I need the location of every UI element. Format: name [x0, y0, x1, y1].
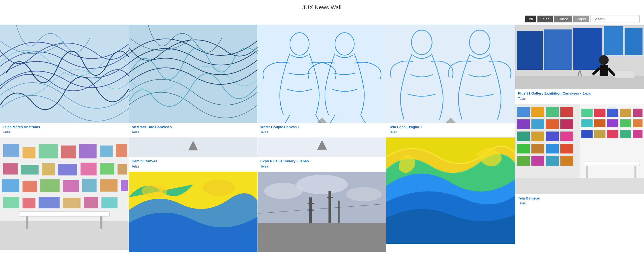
svg-rect-97 [546, 144, 559, 153]
svg-point-39 [203, 180, 235, 196]
card-tela-gemeos-info: Gemini Canvas Telas [129, 157, 257, 172]
card-gemini-canvas[interactable]: Expo Plus 81 Gallery - Japão Telas [258, 137, 386, 172]
svg-rect-120 [620, 130, 631, 138]
card-tela-gemeos-title[interactable]: Gemini Canvas [131, 159, 255, 164]
card-plus-81-gallery-title[interactable]: Plus 81 Gallery Exhibition Canvases - Ja… [518, 91, 641, 96]
card-water-couple-canvas-1-tag[interactable]: Telas [260, 130, 384, 134]
svg-rect-29 [23, 198, 36, 209]
svg-rect-40 [258, 25, 386, 123]
card-wave-art-bottom[interactable] [129, 172, 257, 252]
col-group-2: Abstract Tide Canvases Telas Gemini Canv… [129, 25, 257, 252]
water-couple-canvas-1-image [258, 25, 386, 123]
filter-papel-button[interactable]: Papel [573, 16, 589, 22]
filter-all-button[interactable]: All [525, 16, 536, 22]
card-water-couple-canvas-1-info: Water Couple Canvas 1 Telas [258, 123, 386, 137]
card-plus-81-gallery-info: Plus 81 Gallery Exhibition Canvases - Ja… [515, 89, 644, 104]
svg-rect-116 [633, 119, 642, 127]
svg-rect-96 [531, 144, 544, 153]
svg-rect-86 [560, 107, 573, 116]
svg-rect-13 [116, 144, 127, 157]
svg-rect-67 [544, 30, 572, 70]
svg-point-50 [346, 187, 382, 201]
svg-rect-104 [583, 162, 639, 166]
svg-rect-15 [21, 165, 39, 174]
col-group-5: Plus 81 Gallery Exhibition Canvases - Ja… [515, 25, 644, 209]
svg-rect-21 [2, 180, 19, 192]
card-tela-casal-dagua-1-title[interactable]: Tela Casal D'água 1 [389, 125, 512, 130]
col-group-3: Water Couple Canvas 1 Telas Expo Plus 81… [258, 25, 386, 252]
card-abstract-tide-canvases-info: Abstract Tide Canvases Telas [129, 123, 257, 137]
svg-rect-108 [594, 108, 605, 116]
card-gallery-room[interactable] [0, 137, 129, 250]
card-tela-casal-dagua-1[interactable]: Tela Casal D'água 1 Telas [386, 25, 515, 137]
svg-rect-113 [594, 119, 605, 127]
page-title: JUX News Wall [0, 0, 644, 14]
svg-rect-3 [0, 221, 129, 250]
svg-rect-10 [61, 146, 76, 158]
card-plus-81-gallery[interactable]: Plus 81 Gallery Exhibition Canvases - Ja… [515, 25, 644, 104]
svg-rect-122 [515, 178, 644, 194]
svg-rect-79 [615, 71, 634, 78]
svg-rect-94 [560, 131, 573, 141]
card-gemini-canvas-title[interactable]: Expo Plus 81 Gallery - Japão [260, 159, 384, 164]
abstract-tide-canvases-image [129, 25, 257, 123]
card-expo-plus-81-title[interactable]: Tela Gêmeos [518, 196, 641, 201]
svg-rect-112 [581, 119, 592, 127]
search-input[interactable] [590, 16, 640, 22]
svg-rect-32 [84, 197, 98, 208]
card-telas-mares-abstratas-tag[interactable]: Telas [3, 130, 126, 134]
svg-rect-31 [63, 198, 81, 209]
svg-rect-59 [386, 25, 515, 123]
card-expo-plus-81-tag[interactable]: Telas [518, 201, 641, 205]
tela-gemeos-small-image [129, 137, 257, 157]
svg-rect-19 [100, 163, 114, 175]
svg-rect-107 [581, 108, 592, 116]
card-wave-colorful[interactable] [386, 137, 515, 244]
card-tela-gemeos[interactable]: Gemini Canvas Telas [129, 137, 257, 172]
street-scene-image [258, 172, 386, 252]
svg-rect-6 [100, 216, 102, 229]
svg-rect-20 [117, 164, 127, 175]
svg-rect-89 [546, 119, 559, 129]
svg-rect-88 [531, 119, 544, 129]
card-telas-mares-abstratas-title[interactable]: Telas Marés Abstratas [3, 125, 126, 130]
svg-rect-57 [258, 223, 386, 252]
card-gemini-canvas-info: Expo Plus 81 Gallery - Japão Telas [258, 157, 386, 172]
svg-rect-16 [42, 163, 55, 176]
svg-rect-102 [560, 156, 573, 166]
card-plus-81-gallery-tag[interactable]: Telas [518, 97, 641, 101]
card-expo-plus-81[interactable]: Tela Gêmeos Telas [515, 104, 644, 209]
svg-rect-118 [594, 130, 605, 138]
card-water-couple-canvas-1-title[interactable]: Water Couple Canvas 1 [260, 125, 384, 130]
svg-rect-14 [3, 163, 18, 175]
card-street-scene[interactable] [258, 172, 386, 252]
card-gemini-canvas-tag[interactable]: Telas [260, 165, 384, 168]
news-wall: Telas Marés Abstratas Telas [0, 25, 644, 252]
card-abstract-tide-canvases[interactable]: Abstract Tide Canvases Telas [129, 25, 257, 137]
svg-rect-12 [100, 146, 113, 157]
svg-rect-11 [79, 144, 97, 158]
svg-rect-78 [515, 76, 644, 89]
card-tela-casal-dagua-1-info: Tela Casal D'água 1 Telas [386, 123, 515, 137]
card-telas-mares-abstratas[interactable]: Telas Marés Abstratas Telas [0, 25, 129, 137]
svg-rect-87 [517, 119, 530, 129]
svg-rect-17 [58, 164, 77, 175]
svg-rect-4 [19, 212, 110, 216]
svg-rect-121 [633, 130, 642, 138]
svg-point-74 [599, 55, 608, 65]
svg-rect-92 [531, 131, 544, 141]
wave-colorful-image [386, 137, 515, 244]
filter-colabs-button[interactable]: Colabs [554, 16, 572, 22]
card-abstract-tide-canvases-tag[interactable]: Telas [131, 130, 255, 134]
card-tela-gemeos-tag[interactable]: Telas [131, 165, 255, 168]
card-abstract-tide-canvases-title[interactable]: Abstract Tide Canvases [131, 125, 255, 130]
filter-telas-button[interactable]: Telas [537, 16, 553, 22]
svg-rect-100 [531, 156, 544, 166]
card-tela-casal-dagua-1-tag[interactable]: Telas [389, 130, 512, 134]
svg-point-49 [296, 175, 348, 194]
expo-plus-81-image [515, 104, 644, 194]
card-water-couple-canvas-1[interactable]: Water Couple Canvas 1 Telas [258, 25, 386, 137]
card-expo-plus-81-info: Tela Gêmeos Telas [515, 194, 644, 209]
svg-rect-110 [620, 108, 631, 116]
svg-rect-18 [81, 163, 97, 175]
